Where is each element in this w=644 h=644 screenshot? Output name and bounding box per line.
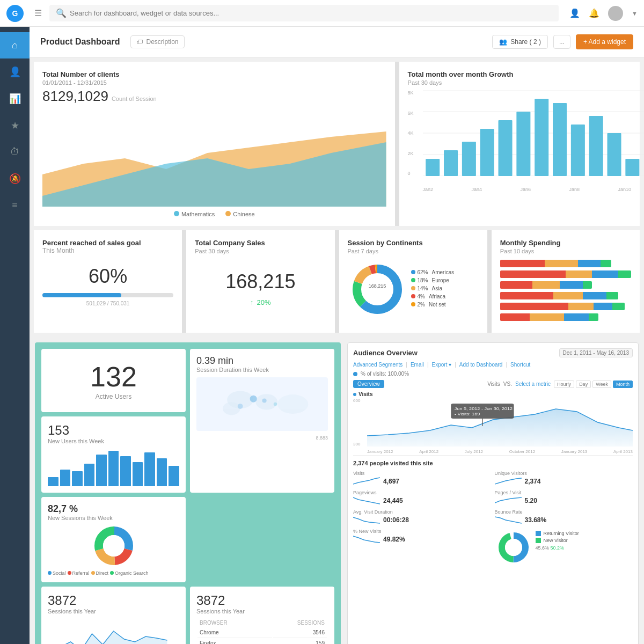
time-btn-month[interactable]: Month — [613, 380, 633, 388]
new-sessions-card: 82,7 % New Sessions this Week — [41, 497, 186, 582]
hamburger-icon[interactable]: ☰ — [34, 8, 42, 18]
progress-bar-bg — [42, 293, 173, 297]
stat-visits: Visits 4,697 — [353, 471, 492, 487]
sales-widget: Total Company Sales Past 30 days 168,215… — [186, 230, 334, 333]
svg-rect-9 — [462, 142, 475, 176]
spending-bars — [500, 260, 631, 321]
svg-rect-12 — [516, 112, 530, 176]
search-icon: 🔍 — [56, 8, 67, 18]
stat-pages-visit: Pages / Visit 5.20 — [495, 490, 633, 506]
rp-tab-advanced[interactable]: Advanced Segments — [353, 362, 402, 368]
new-users-label: New Users this Week — [48, 438, 179, 444]
sales-subtitle: Past 30 days — [195, 248, 326, 254]
stat-unique: Unique Visitors 2,374 — [495, 471, 633, 487]
stat-unique-sparkline — [495, 476, 522, 487]
area-chart-daterange: 01/01/2011 - 12/31/2015 — [42, 79, 386, 86]
sidebar-item-analytics[interactable]: 📊 — [0, 85, 30, 112]
svg-rect-40 — [451, 404, 514, 419]
sidebar-item-home[interactable]: ⌂ — [0, 32, 30, 58]
description-icon: 🏷 — [136, 38, 143, 46]
percent-title: Percent reached of sales goal — [42, 239, 173, 247]
rp-select-metric[interactable]: Select a metric — [515, 381, 551, 387]
browser-table-row: Chrome3546 — [197, 628, 327, 638]
rp-tab-email[interactable]: Email — [411, 362, 424, 368]
metric-row-text: % of visits: 100.00% — [361, 371, 409, 377]
new-users-value: 153 — [48, 423, 179, 438]
progress-bar-fill — [42, 293, 121, 297]
add-widget-button[interactable]: + Add a widget — [576, 34, 633, 49]
svg-point-28 — [223, 402, 240, 415]
svg-point-27 — [277, 394, 308, 414]
rp-title: Audience Overview — [353, 349, 418, 357]
bar-chart-card: Total month over month Growth Past 30 da… — [399, 62, 640, 226]
search-bar[interactable]: 🔍 — [49, 5, 559, 21]
audience-overview-panel: Audience Overview Dec 1, 2011 - May 16, … — [347, 342, 639, 644]
svg-text:Jun 5, 2012 - Jun 30, 2012: Jun 5, 2012 - Jun 30, 2012 — [455, 407, 513, 411]
bottom-section: 132 Active Users 153 New Users this Week — [30, 337, 644, 644]
continents-title: Session by Continents — [348, 239, 479, 247]
browser-table-row: Firefox159 — [197, 639, 327, 644]
main-content: Product Dashboard 🏷 Description 👥 Share … — [30, 27, 644, 644]
svg-rect-7 — [426, 159, 440, 176]
sidebar-item-notifications[interactable]: 🔕 — [0, 165, 30, 192]
area-chart — [42, 110, 386, 207]
avatar[interactable] — [608, 6, 623, 21]
rp-overview-tab[interactable]: Overview — [353, 380, 384, 388]
share-button[interactable]: 👥 Share ( 2 ) — [492, 35, 548, 49]
user-icon[interactable]: 👤 — [569, 8, 580, 18]
time-btn-day[interactable]: Day — [576, 380, 591, 388]
sessions-year-card: 3872 Sessions this Year — [41, 587, 186, 644]
rp-tab-sep3: | — [455, 362, 456, 368]
active-users-label: Active Users — [48, 393, 179, 400]
rp-tab-shortcut[interactable]: Shortcut — [510, 362, 530, 368]
sidebar-item-users[interactable]: 👤 — [0, 58, 30, 85]
bar-chart-title: Total month over month Growth — [408, 70, 631, 78]
spending-title: Monthly Spending — [500, 239, 631, 247]
stat-new-visits: % New Visits 49.82% — [353, 529, 492, 566]
time-btn-week[interactable]: Week — [592, 380, 611, 388]
svg-rect-17 — [607, 133, 621, 176]
area-chart-title: Total Number of clients — [42, 70, 386, 78]
logo[interactable]: G — [6, 5, 24, 22]
percent-value: 60% — [42, 265, 173, 288]
sidebar-item-favorites[interactable]: ★ — [0, 112, 30, 139]
browser-table: BROWSERSESSIONS Chrome3546Firefox159(not… — [196, 618, 328, 644]
sales-change-pct: 20% — [257, 298, 271, 306]
description-button[interactable]: 🏷 Description — [130, 35, 184, 48]
metric-dot — [353, 372, 357, 376]
rp-donut-card: Returning Visitor New Visitor 45.6% 50.2… — [495, 529, 633, 566]
rp-tab-add[interactable]: Add to Dashboard — [459, 362, 503, 368]
svg-text:168,215: 168,215 — [368, 283, 386, 289]
rp-tabs: Advanced Segments | Email | Export ▾ | A… — [353, 362, 633, 368]
visits-label: Visits — [358, 391, 373, 397]
rp-vs-label: VS. — [503, 381, 512, 387]
spending-widget: Monthly Spending Past 10 days — [492, 230, 640, 333]
svg-rect-8 — [444, 150, 458, 176]
percent-subtitle: This Month — [42, 247, 173, 254]
widgets-row: Percent reached of sales goal This Month… — [34, 230, 640, 333]
area-chart-label: Count of Session — [112, 96, 157, 102]
session-duration-label: Session Duration this Week — [196, 367, 328, 373]
green-dashboard: 132 Active Users 153 New Users this Week — [35, 342, 341, 644]
more-button[interactable]: ... — [553, 35, 570, 49]
sidebar-item-menu[interactable]: ≡ — [0, 192, 30, 218]
svg-text:• Visits: 169: • Visits: 169 — [455, 412, 480, 416]
time-btn-hourly[interactable]: Hourly — [554, 380, 574, 388]
bell-icon[interactable]: 🔔 — [589, 8, 599, 18]
active-users-value: 132 — [48, 361, 179, 393]
svg-point-32 — [238, 404, 243, 409]
bar-chart-subtitle: Past 30 days — [408, 79, 631, 86]
browser-sessions-card: 3872 Sessions this Year BROWSERSESSIONS … — [190, 587, 334, 644]
dashboard-title: Product Dashboard — [40, 37, 120, 47]
sessions-year-label: Sessions this Year — [48, 608, 179, 614]
sidebar: ⌂ 👤 📊 ★ ⏱ 🔕 ≡ — [0, 0, 30, 644]
charts-grid: Total Number of clients 01/01/2011 - 12/… — [34, 62, 640, 226]
stat-pages-sparkline — [495, 495, 522, 506]
rp-tab-export[interactable]: Export ▾ — [432, 362, 452, 368]
sidebar-item-recent[interactable]: ⏱ — [0, 139, 30, 165]
avatar-dropdown[interactable]: ▼ — [632, 10, 638, 17]
search-input[interactable] — [70, 9, 552, 17]
stat-bounce-sparkline — [495, 515, 522, 525]
svg-rect-14 — [553, 103, 567, 176]
new-sessions-label: New Sessions this Week — [48, 515, 179, 521]
